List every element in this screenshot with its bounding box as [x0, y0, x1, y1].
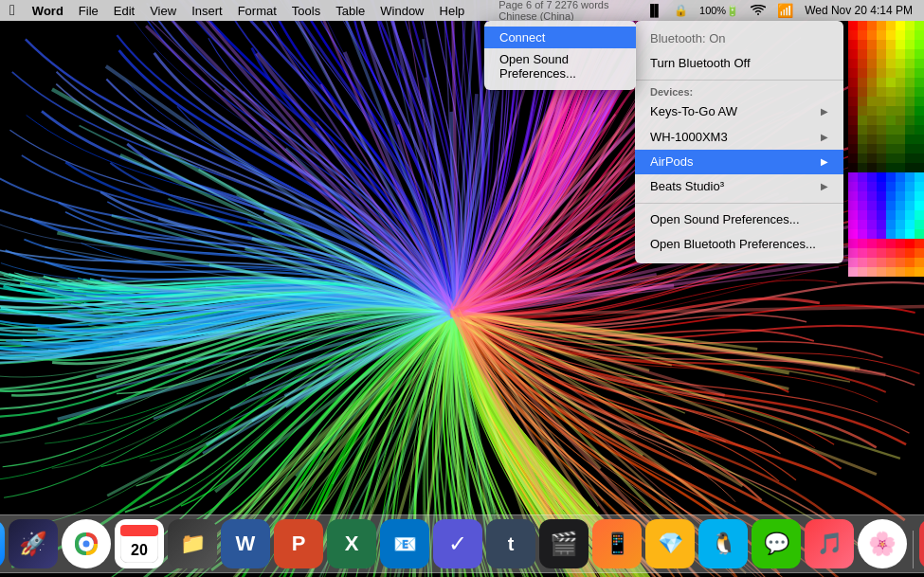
- chevron-icon: ▶: [821, 155, 828, 169]
- wechat-icon[interactable]: 💬: [752, 519, 801, 568]
- status-bar-info: Page 6 of 7 2276 words Chinese (China): [491, 0, 643, 21]
- bt-status: Bluetooth: On: [635, 27, 843, 51]
- smzdm-icon[interactable]: 值: [919, 519, 924, 568]
- open-sound-prefs-button[interactable]: Open Sound Preferences...: [635, 207, 843, 232]
- turn-bluetooth-off-button[interactable]: Turn Bluetooth Off: [635, 51, 843, 76]
- window-menu[interactable]: Window: [372, 0, 431, 21]
- svg-text:20: 20: [131, 542, 148, 558]
- connect-button[interactable]: Connect: [484, 27, 636, 48]
- chrome-icon[interactable]: [62, 519, 111, 568]
- finder2-icon[interactable]: 📁: [168, 519, 217, 568]
- tick-icon[interactable]: ✓: [433, 519, 482, 568]
- bluetooth-icon[interactable]: 📶: [773, 0, 797, 21]
- svg-point-3: [83, 541, 90, 548]
- word-dock-icon[interactable]: W: [221, 519, 270, 568]
- menu-separator: [635, 80, 843, 81]
- menubar:  Word File Edit View Insert Format Tool…: [0, 0, 924, 21]
- devices-label: Devices:: [635, 84, 843, 99]
- svg-rect-5: [120, 525, 158, 536]
- dock-container: 🔵 🚀 20 📁 W P X 📧: [0, 514, 924, 573]
- dock: 🔵 🚀 20 📁 W P X 📧: [0, 509, 924, 577]
- table-menu[interactable]: Table: [328, 0, 372, 21]
- open-bluetooth-prefs-button[interactable]: Open Bluetooth Preferences...: [635, 232, 843, 257]
- excel-icon[interactable]: X: [327, 519, 376, 568]
- battery-icon[interactable]: 100% 🔋: [696, 0, 743, 21]
- device-airpods[interactable]: AirPods ▶: [635, 150, 843, 174]
- datetime[interactable]: Wed Nov 20 4:14 PM: [801, 0, 916, 21]
- insert-menu[interactable]: Insert: [184, 0, 230, 21]
- device-beats-studio[interactable]: Beats Studio³ ▶: [635, 174, 843, 199]
- airpods-submenu: Connect Open Sound Preferences...: [484, 21, 636, 90]
- clapper-icon[interactable]: 🎬: [539, 519, 589, 568]
- music-icon[interactable]: 🎵: [805, 519, 854, 568]
- edit-menu[interactable]: Edit: [106, 0, 142, 21]
- device-keys-to-go[interactable]: Keys-To-Go AW ▶: [635, 99, 843, 124]
- help-menu[interactable]: Help: [432, 0, 473, 21]
- chevron-icon: ▶: [821, 180, 828, 193]
- open-sound-preferences-button[interactable]: Open Sound Preferences...: [484, 48, 636, 84]
- bluetooth-menu: Bluetooth: On Turn Bluetooth Off Devices…: [635, 21, 843, 263]
- sketch-icon[interactable]: 💎: [645, 519, 695, 568]
- lock-icon: 🔒: [670, 0, 692, 21]
- calendar-icon[interactable]: 20: [115, 519, 164, 568]
- finder-icon[interactable]: 🔵: [0, 519, 5, 568]
- tumblr-icon[interactable]: t: [486, 519, 535, 568]
- file-menu[interactable]: File: [71, 0, 106, 21]
- chevron-icon: ▶: [821, 105, 828, 118]
- apple-menu[interactable]: : [0, 0, 25, 21]
- device-wh1000xm3[interactable]: WH-1000XM3 ▶: [635, 125, 843, 150]
- color-palette: [848, 21, 924, 286]
- powerpoint-icon[interactable]: P: [274, 519, 323, 568]
- desktop:  Word File Edit View Insert Format Tool…: [0, 0, 924, 577]
- format-menu[interactable]: Format: [230, 0, 284, 21]
- mango-icon[interactable]: 📱: [592, 519, 642, 568]
- dock-separator: [913, 531, 914, 568]
- view-menu[interactable]: View: [142, 0, 184, 21]
- wifi-icon[interactable]: [747, 0, 770, 21]
- outlook-icon[interactable]: 📧: [380, 519, 429, 568]
- signal-bars: ▐▌: [643, 0, 666, 21]
- chevron-icon: ▶: [821, 131, 828, 144]
- launchpad-icon[interactable]: 🚀: [9, 519, 58, 568]
- photos-icon[interactable]: 🌸: [858, 519, 907, 568]
- qq-icon[interactable]: 🐧: [698, 519, 748, 568]
- app-name[interactable]: Word: [25, 0, 71, 21]
- tools-menu[interactable]: Tools: [284, 0, 328, 21]
- menu-separator-2: [635, 203, 843, 204]
